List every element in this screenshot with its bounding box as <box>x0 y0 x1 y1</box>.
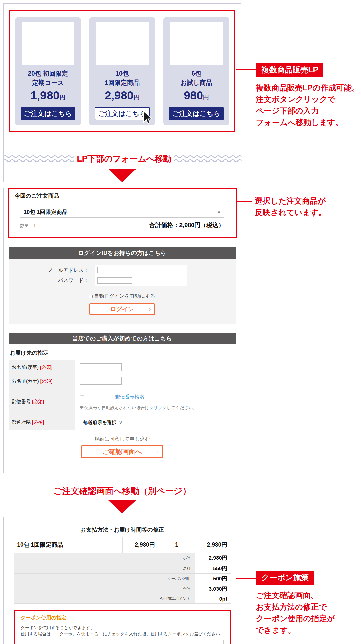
prefecture-select[interactable]: 都道府県を選択∨ <box>80 418 125 427</box>
to-confirmation-label: ご注文確認画面へ移動（別ページ） <box>3 485 241 497</box>
table-row-shipping: 送料 550円 <box>14 563 231 574</box>
product-image-placeholder <box>96 22 149 65</box>
annotation-text-lp: 複数商品販売LPの作成可能。 注文ボタンクリックで ページ下部の入力 フォームへ… <box>256 82 359 128</box>
postal-help-text: 郵便番号が自動設定されない場合はクリックしてください。 <box>80 405 236 411</box>
item-total: 2,980円 <box>195 537 231 553</box>
product-card-subscription: 20包 初回限定定期コース 1,980円 ご注文はこちら <box>15 17 81 125</box>
login-button[interactable]: ログイン › <box>89 303 155 315</box>
chevron-down-icon: ∨ <box>119 420 122 425</box>
coupon-description: クーポンを使用することができます。 使用する場合は、「クーポンを使用する」にチェ… <box>21 625 224 637</box>
product-name: 20包 初回限定定期コース <box>19 69 77 87</box>
shipping-label: 送料 <box>14 563 195 574</box>
tear-label: LP下部のフォームへ移動 <box>74 153 174 165</box>
postal-code-field[interactable] <box>88 393 113 401</box>
name-kanji-row: お名前(漢字) [必須] <box>9 360 236 374</box>
required-badge: [必須] <box>40 365 52 370</box>
order-product-select-value: 10包 1回限定商品 <box>24 208 217 216</box>
name-kana-row: お名前(カナ) [必須] <box>9 374 236 388</box>
coupon-frame: クーポン使用の指定 クーポンを使用することができます。 使用する場合は、「クーポ… <box>14 610 231 644</box>
password-field[interactable] <box>97 277 132 284</box>
grand-total-label: 合計 <box>14 584 195 594</box>
product-name: 6包お試し商品 <box>167 69 225 87</box>
order-product-title: 今回のご注文商品 <box>15 192 230 200</box>
connector-line <box>236 201 252 202</box>
table-row-subtotal: 小計 2,980円 <box>14 553 231 563</box>
total-price-text: 合計価格：2,980円（税込） <box>149 221 224 229</box>
shipping-value: 550円 <box>195 563 231 574</box>
product-card-trial: 6包お試し商品 980円 ご注文はこちら <box>163 17 229 125</box>
signup-section: 当店でのご購入が初めての方はこちら お届け先の指定 お名前(漢字) [必須] お… <box>9 333 236 458</box>
payment-edit-title: お支払方法・お届け時間等の修正 <box>14 526 231 537</box>
down-arrow-icon <box>108 169 136 182</box>
coupon-heading: クーポン使用の指定 <box>21 614 224 621</box>
login-form: メールアドレス： パスワード： 自動ログインを有効にする ログイン › <box>9 259 236 324</box>
postal-row: 郵便番号 [必須] 〒 郵便番号検索 郵便番号が自動設定されない場合はクリックし… <box>9 388 236 415</box>
product-image-placeholder <box>170 22 223 65</box>
postal-mark: 〒 <box>80 394 85 400</box>
product-price: 980円 <box>167 89 225 104</box>
points-value: 0pt <box>195 594 231 604</box>
name-kanji-field[interactable] <box>80 363 122 371</box>
subtotal-value: 2,980円 <box>195 553 231 563</box>
annotation-text-selected: 選択した注文商品が 反映されています。 <box>255 195 326 218</box>
postal-label: 郵便番号 <box>12 399 31 404</box>
coupon-panel: 今回のご購入合計金額：2,980円 クーポンを使用する クーポンコード 適用 ク… <box>21 640 224 644</box>
login-section: ログインIDをお持ちの方はこちら メールアドレス： パスワード： 自動ログインを… <box>9 247 236 324</box>
annotation-text-coupon: ご注文確認画面、 お支払方法の修正で クーポン使用の指定が できます。 <box>256 590 335 636</box>
chevron-down-icon: ∨ <box>217 209 221 215</box>
name-kana-field[interactable] <box>80 377 122 385</box>
order-button[interactable]: ご注文はこちら <box>21 107 75 120</box>
agree-terms-text: 規約に同意して申し込む <box>9 436 236 442</box>
product-name: 10包1回限定商品 <box>93 69 151 87</box>
product-price: 2,980円 <box>93 89 151 104</box>
required-badge: [必須] <box>32 399 44 404</box>
prefecture-label: 都道府県 <box>12 419 31 425</box>
confirm-screen-button[interactable]: ご確認画面へ › <box>81 445 163 458</box>
products-highlight-frame: 20包 初回限定定期コース 1,980円 ご注文はこちら 10包1回限定商品 2… <box>9 10 235 132</box>
coupon-used-value: -500円 <box>195 574 231 584</box>
name-kanji-label: お名前(漢字) <box>12 365 39 370</box>
required-badge: [必須] <box>32 419 44 425</box>
annotation-badge-lp: 複数商品販売LP <box>256 63 323 77</box>
connector-line <box>236 578 256 579</box>
down-arrow-icon <box>108 500 136 513</box>
required-badge: [必須] <box>40 378 53 384</box>
order-product-frame: 今回のご注文商品 10包 1回限定商品 ∨ 数量：1 合計価格：2,980円（税… <box>8 188 237 238</box>
tear-wave-right-icon <box>174 154 242 163</box>
login-section-header: ログインIDをお持ちの方はこちら <box>9 247 236 259</box>
shipping-subtitle: お届け先の指定 <box>10 349 230 357</box>
tear-wave-left-icon <box>4 154 74 163</box>
lp-page-top: 20包 初回限定定期コース 1,980円 ご注文はこちら 10包1回限定商品 2… <box>3 3 241 182</box>
order-button[interactable]: ご注文はこちら <box>169 107 224 120</box>
product-image-placeholder <box>22 22 74 65</box>
points-label: 今回加算ポイント <box>14 594 195 604</box>
order-product-select[interactable]: 10包 1回限定商品 ∨ <box>20 207 224 218</box>
email-label: メールアドレス： <box>9 265 95 275</box>
order-product-panel: 10包 1回限定商品 ∨ 数量：1 合計価格：2,980円（税込） <box>15 203 230 232</box>
shipping-form-table: お名前(漢字) [必須] お名前(カナ) [必須] 郵便番号 [必須] 〒 郵便… <box>9 360 236 430</box>
item-name: 10包 1回限定商品 <box>14 537 122 553</box>
confirmation-page: お支払方法・お届け時間等の修正 10包 1回限定商品 2,980円 1 2,98… <box>3 517 241 644</box>
auto-login-checkbox[interactable] <box>89 295 93 298</box>
postal-help-link[interactable]: クリック <box>149 405 167 410</box>
item-qty: 1 <box>159 537 195 553</box>
prefecture-row: 都道府県 [必須] 都道府県を選択∨ <box>9 415 236 430</box>
order-summary-row: 数量：1 合計価格：2,980円（税込） <box>20 221 224 229</box>
table-row-total: 合計 3,030円 <box>14 584 231 594</box>
postal-search-link[interactable]: 郵便番号検索 <box>115 394 144 400</box>
product-price: 1,980円 <box>19 89 77 104</box>
password-label: パスワード： <box>9 275 95 286</box>
email-field[interactable] <box>97 267 182 273</box>
auto-login-label: 自動ログインを有効にする <box>94 293 155 299</box>
annotation-badge-coupon: クーポン施策 <box>256 571 314 585</box>
subtotal-label: 小計 <box>14 553 195 563</box>
table-row-item: 10包 1回限定商品 2,980円 1 2,980円 <box>14 537 231 553</box>
page-tear-divider: LP下部のフォームへ移動 <box>4 152 241 166</box>
order-button[interactable]: ご注文はこちら <box>95 107 150 120</box>
mouse-cursor-icon <box>141 110 154 127</box>
chevron-right-icon: › <box>157 446 159 457</box>
quantity-text: 数量：1 <box>20 223 36 229</box>
connector-line <box>236 69 256 70</box>
coupon-used-label: クーポン利用 <box>14 574 195 584</box>
lp-page-bottom: 今回のご注文商品 10包 1回限定商品 ∨ 数量：1 合計価格：2,980円（税… <box>3 188 241 473</box>
